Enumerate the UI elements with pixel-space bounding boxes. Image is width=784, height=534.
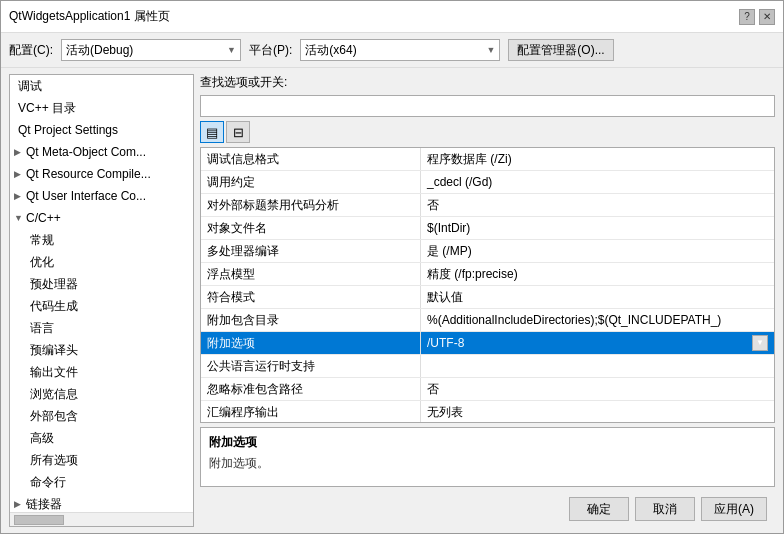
platform-combo[interactable]: 活动(x64) ▼ xyxy=(300,39,500,61)
search-row: 查找选项或开关: xyxy=(200,74,775,91)
prop-row-1[interactable]: 调用约定_cdecl (/Gd) xyxy=(201,171,774,194)
tree-item-output[interactable]: 输出文件 xyxy=(10,361,193,383)
search-label: 查找选项或开关: xyxy=(200,74,287,91)
cancel-button[interactable]: 取消 xyxy=(635,497,695,521)
prop-row-11[interactable]: 汇编程序输出无列表 xyxy=(201,401,774,422)
tree-item-browse[interactable]: 浏览信息 xyxy=(10,383,193,405)
prop-value-text-5: 精度 (/fp:precise) xyxy=(427,267,518,281)
search-input[interactable] xyxy=(200,95,775,117)
prop-row-4[interactable]: 多处理器编译是 (/MP) xyxy=(201,240,774,263)
prop-dropdown-btn-8[interactable]: ▼ xyxy=(752,335,768,351)
ok-button[interactable]: 确定 xyxy=(569,497,629,521)
config-manager-button[interactable]: 配置管理器(O)... xyxy=(508,39,613,61)
prop-value-0: 程序数据库 (/Zi) xyxy=(421,148,774,170)
tree-group-linker[interactable]: ▶链接器 xyxy=(10,493,193,512)
tree-item-general[interactable]: 常规 xyxy=(10,229,193,251)
tree-item-all-options[interactable]: 所有选项 xyxy=(10,449,193,471)
prop-name-10: 忽略标准包含路径 xyxy=(201,378,421,400)
tree-item-pch[interactable]: 预编译头 xyxy=(10,339,193,361)
grid-view-button[interactable]: ▤ xyxy=(200,121,224,143)
tree-view[interactable]: 调试VC++ 目录Qt Project Settings▶Qt Meta-Obj… xyxy=(10,75,193,512)
prop-name-5: 浮点模型 xyxy=(201,263,421,285)
tree-item-external[interactable]: 外部包含 xyxy=(10,405,193,427)
prop-name-0: 调试信息格式 xyxy=(201,148,421,170)
tree-group-cpp[interactable]: ▼C/C++ xyxy=(10,207,193,229)
tree-group-label-cpp: C/C++ xyxy=(26,209,61,227)
prop-row-10[interactable]: 忽略标准包含路径否 xyxy=(201,378,774,401)
tree-item-qt-project[interactable]: Qt Project Settings xyxy=(10,119,193,141)
close-button[interactable]: ✕ xyxy=(759,9,775,25)
left-panel: 调试VC++ 目录Qt Project Settings▶Qt Meta-Obj… xyxy=(9,74,194,527)
tree-hscrollbar[interactable] xyxy=(10,512,193,526)
platform-label: 平台(P): xyxy=(249,42,292,59)
sort-icon: ⊟ xyxy=(233,125,244,140)
prop-row-2[interactable]: 对外部标题禁用代码分析否 xyxy=(201,194,774,217)
description-panel: 附加选项 附加选项。 xyxy=(200,427,775,487)
tree-item-debug[interactable]: 调试 xyxy=(10,75,193,97)
prop-value-text-4: 是 (/MP) xyxy=(427,244,472,258)
config-label: 配置(C): xyxy=(9,42,53,59)
tree-group-qt-meta[interactable]: ▶Qt Meta-Object Com... xyxy=(10,141,193,163)
prop-name-8: 附加选项 xyxy=(201,332,421,354)
config-value: 活动(Debug) xyxy=(66,42,133,59)
window-title: QtWidgetsApplication1 属性页 xyxy=(9,8,170,25)
title-bar: QtWidgetsApplication1 属性页 ? ✕ xyxy=(1,1,783,33)
toolbar: 配置(C): 活动(Debug) ▼ 平台(P): 活动(x64) ▼ 配置管理… xyxy=(1,33,783,68)
prop-row-3[interactable]: 对象文件名$(IntDir) xyxy=(201,217,774,240)
prop-name-3: 对象文件名 xyxy=(201,217,421,239)
prop-row-8[interactable]: 附加选项/UTF-8▼ xyxy=(201,332,774,355)
prop-value-5: 精度 (/fp:precise) xyxy=(421,263,774,285)
prop-row-7[interactable]: 附加包含目录%(AdditionalIncludeDirectories);$(… xyxy=(201,309,774,332)
tree-arrow-qt-meta: ▶ xyxy=(14,143,26,161)
prop-value-3: $(IntDir) xyxy=(421,217,774,239)
tree-hscroll-thumb[interactable] xyxy=(14,515,64,525)
prop-value-6: 默认值 xyxy=(421,286,774,308)
config-combo[interactable]: 活动(Debug) ▼ xyxy=(61,39,241,61)
title-controls: ? ✕ xyxy=(739,9,775,25)
prop-value-text-10: 否 xyxy=(427,382,439,396)
right-panel: 查找选项或开关: ▤ ⊟ 调试信息格式程序数据库 (/Zi)调用约定_cdecl… xyxy=(200,74,775,527)
tree-item-codegen[interactable]: 代码生成 xyxy=(10,295,193,317)
tree-item-language[interactable]: 语言 xyxy=(10,317,193,339)
prop-value-8[interactable]: /UTF-8▼ xyxy=(421,332,774,354)
prop-value-text-11: 无列表 xyxy=(427,405,463,419)
prop-value-9 xyxy=(421,355,774,377)
prop-value-text-6: 默认值 xyxy=(427,290,463,304)
tree-item-cmdline[interactable]: 命令行 xyxy=(10,471,193,493)
prop-row-5[interactable]: 浮点模型精度 (/fp:precise) xyxy=(201,263,774,286)
property-table-container: 调试信息格式程序数据库 (/Zi)调用约定_cdecl (/Gd)对外部标题禁用… xyxy=(200,147,775,423)
prop-row-0[interactable]: 调试信息格式程序数据库 (/Zi) xyxy=(201,148,774,171)
prop-value-10: 否 xyxy=(421,378,774,400)
description-title: 附加选项 xyxy=(209,434,766,451)
prop-value-text-3: $(IntDir) xyxy=(427,221,470,235)
tree-item-optimize[interactable]: 优化 xyxy=(10,251,193,273)
platform-combo-arrow: ▼ xyxy=(486,45,495,55)
prop-name-9: 公共语言运行时支持 xyxy=(201,355,421,377)
property-table[interactable]: 调试信息格式程序数据库 (/Zi)调用约定_cdecl (/Gd)对外部标题禁用… xyxy=(201,148,774,422)
prop-value-11: 无列表 xyxy=(421,401,774,422)
prop-name-2: 对外部标题禁用代码分析 xyxy=(201,194,421,216)
tree-item-vc-dirs[interactable]: VC++ 目录 xyxy=(10,97,193,119)
prop-value-7: %(AdditionalIncludeDirectories);$(Qt_INC… xyxy=(421,309,774,331)
sort-button[interactable]: ⊟ xyxy=(226,121,250,143)
tree-group-qt-user[interactable]: ▶Qt User Interface Co... xyxy=(10,185,193,207)
tree-item-advanced[interactable]: 高级 xyxy=(10,427,193,449)
prop-value-text-0: 程序数据库 (/Zi) xyxy=(427,152,512,166)
prop-row-6[interactable]: 符合模式默认值 xyxy=(201,286,774,309)
prop-value-2: 否 xyxy=(421,194,774,216)
tree-arrow-qt-resource: ▶ xyxy=(14,165,26,183)
config-combo-arrow: ▼ xyxy=(227,45,236,55)
main-content: 调试VC++ 目录Qt Project Settings▶Qt Meta-Obj… xyxy=(1,68,783,533)
help-button[interactable]: ? xyxy=(739,9,755,25)
tree-group-qt-resource[interactable]: ▶Qt Resource Compile... xyxy=(10,163,193,185)
prop-row-9[interactable]: 公共语言运行时支持 xyxy=(201,355,774,378)
tree-item-preprocessor[interactable]: 预处理器 xyxy=(10,273,193,295)
tree-arrow-qt-user: ▶ xyxy=(14,187,26,205)
platform-value: 活动(x64) xyxy=(305,42,356,59)
prop-value-text-2: 否 xyxy=(427,198,439,212)
apply-button[interactable]: 应用(A) xyxy=(701,497,767,521)
prop-name-6: 符合模式 xyxy=(201,286,421,308)
tree-arrow-linker: ▶ xyxy=(14,495,26,512)
icon-row: ▤ ⊟ xyxy=(200,121,775,143)
prop-name-7: 附加包含目录 xyxy=(201,309,421,331)
